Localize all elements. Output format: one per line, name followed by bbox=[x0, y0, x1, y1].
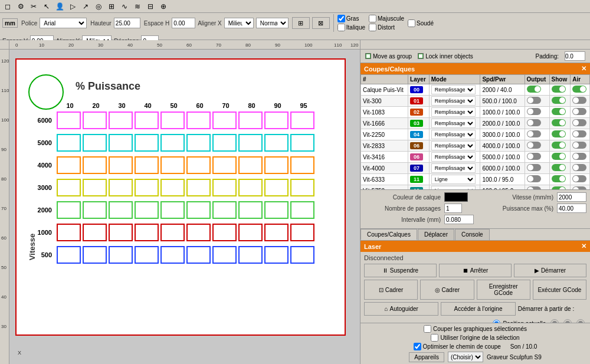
table-row[interactable]: Vit-300 01 Remplissage 500.0 / 100.0 bbox=[361, 96, 590, 107]
cell-mode[interactable]: Ligne bbox=[429, 185, 480, 190]
cell-output[interactable] bbox=[525, 163, 549, 174]
cell-show[interactable] bbox=[549, 185, 571, 190]
cell-output[interactable] bbox=[525, 129, 549, 140]
coupes-table-container[interactable]: # Layer Mode Spd/Pwr Output Show Air Cal… bbox=[360, 74, 590, 189]
cell-color[interactable]: 06 bbox=[408, 152, 430, 163]
cell-show[interactable] bbox=[549, 140, 571, 152]
vitesse-input[interactable] bbox=[557, 192, 586, 202]
cell-show[interactable] bbox=[549, 174, 571, 185]
space-h-input[interactable] bbox=[172, 18, 195, 28]
cell-mode[interactable]: Remplissage bbox=[429, 118, 480, 129]
table-row[interactable]: Vit-4000 07 Remplissage 6000.0 / 100.0 bbox=[361, 163, 590, 174]
cell-output[interactable] bbox=[525, 174, 549, 185]
lock-inner-check[interactable]: Lock inner objects bbox=[418, 53, 473, 60]
laser-close[interactable]: ✕ bbox=[581, 242, 586, 250]
table-row[interactable]: Vit-3416 06 Remplissage 5000.0 / 100.0 bbox=[361, 152, 590, 163]
arrow-icon[interactable]: ↗ bbox=[80, 1, 91, 12]
cursor-icon[interactable]: ↖ bbox=[41, 1, 52, 12]
utiliser-check[interactable]: Utiliser l'origine de la sélection bbox=[431, 334, 519, 342]
soude-check[interactable]: Soudé bbox=[408, 19, 434, 27]
cell-mode[interactable]: Remplissage bbox=[429, 129, 480, 140]
table-row[interactable]: Calque Puis-Vit 00 Remplissage 2000 / 40… bbox=[361, 84, 590, 96]
table-row[interactable]: Vit-5750 10 Ligne 100.0 / 95.0 bbox=[361, 185, 590, 190]
cell-air[interactable] bbox=[571, 174, 590, 185]
italique-check[interactable]: Italique bbox=[337, 24, 365, 31]
play-icon[interactable]: ▷ bbox=[67, 1, 78, 12]
appareils-button[interactable]: Appareils bbox=[409, 352, 444, 362]
tab-coupes[interactable]: Coupes/Calques bbox=[360, 229, 417, 240]
couleur-swatch[interactable] bbox=[444, 192, 468, 202]
cell-show[interactable] bbox=[549, 107, 571, 118]
cell-output[interactable] bbox=[525, 185, 549, 190]
suspendre-button[interactable]: ⏸ Suspendre bbox=[364, 264, 437, 277]
cell-color[interactable]: 04 bbox=[408, 129, 430, 140]
normal-select[interactable]: Normal bbox=[256, 18, 289, 28]
demarrer-button[interactable]: ▶ Démarrer bbox=[514, 264, 586, 277]
cell-air[interactable] bbox=[571, 84, 590, 96]
tab-deplacer[interactable]: Déplacer bbox=[418, 229, 454, 240]
cell-color[interactable]: 11 bbox=[408, 174, 430, 185]
cell-color[interactable]: 10 bbox=[408, 185, 430, 190]
icon-btn1[interactable]: ⊞ bbox=[292, 17, 310, 29]
gras-check[interactable]: Gras bbox=[337, 15, 365, 22]
cell-mode[interactable]: Remplissage bbox=[429, 163, 480, 174]
cell-air[interactable] bbox=[571, 185, 590, 190]
cell-air[interactable] bbox=[571, 163, 590, 174]
wave-icon[interactable]: ∿ bbox=[119, 1, 130, 12]
settings-icon[interactable]: ⚙ bbox=[15, 1, 26, 12]
cell-show[interactable] bbox=[549, 96, 571, 107]
grid-icon[interactable]: ⊞ bbox=[106, 1, 117, 12]
align-x-select[interactable]: Milieu bbox=[224, 18, 254, 28]
padding-input[interactable] bbox=[565, 51, 585, 61]
drawing-canvas[interactable]: % Puissance Vitesse 10 20 30 40 50 60 70… bbox=[15, 58, 346, 336]
enregistrer-button[interactable]: Enregistrer GCode bbox=[477, 280, 530, 300]
cell-show[interactable] bbox=[549, 84, 571, 96]
cell-air[interactable] bbox=[571, 96, 590, 107]
cell-output[interactable] bbox=[525, 84, 549, 96]
move-group-check[interactable]: Move as group bbox=[365, 53, 412, 60]
cell-show[interactable] bbox=[549, 163, 571, 174]
cell-air[interactable] bbox=[571, 129, 590, 140]
cell-color[interactable]: 01 bbox=[408, 96, 430, 107]
cell-mode[interactable]: Remplissage bbox=[429, 107, 480, 118]
table-row[interactable]: Vit-1083 02 Remplissage 1000.0 / 100.0 bbox=[361, 107, 590, 118]
cell-mode[interactable]: Remplissage bbox=[429, 140, 480, 152]
font-select[interactable]: Arial bbox=[40, 18, 87, 28]
choisir-select[interactable]: (Choisir) bbox=[448, 352, 483, 362]
cell-color[interactable]: 03 bbox=[408, 118, 430, 129]
cell-air[interactable] bbox=[571, 140, 590, 152]
cell-output[interactable] bbox=[525, 118, 549, 129]
cell-output[interactable] bbox=[525, 96, 549, 107]
cadrer1-button[interactable]: ⊡ Cadrer bbox=[364, 280, 418, 300]
table-row[interactable]: Vit-6333 11 Ligne 100.0 / 95.0 bbox=[361, 174, 590, 185]
intervalle-input[interactable] bbox=[444, 215, 474, 224]
distort-check[interactable]: Distort bbox=[369, 24, 404, 31]
optimiser-check[interactable]: Optimiser le chemin de coupe bbox=[414, 343, 501, 350]
cell-mode[interactable]: Ligne bbox=[429, 174, 480, 185]
executer-button[interactable]: Exécuter GCode bbox=[533, 280, 586, 300]
cell-show[interactable] bbox=[549, 129, 571, 140]
cell-color[interactable]: 06 bbox=[408, 140, 430, 152]
cell-show[interactable] bbox=[549, 118, 571, 129]
plus-icon[interactable]: ⊕ bbox=[158, 1, 169, 12]
new-icon[interactable]: ◻ bbox=[2, 1, 13, 12]
autoguider-button[interactable]: ⌂ Autoguider bbox=[364, 302, 438, 316]
puissance-input[interactable] bbox=[557, 204, 586, 213]
tools-icon[interactable]: ✂ bbox=[28, 1, 39, 12]
cell-output[interactable] bbox=[525, 107, 549, 118]
arreter-button[interactable]: ⏹ Arrêter bbox=[439, 264, 512, 277]
icon-btn2[interactable]: ⊠ bbox=[312, 17, 330, 29]
canvas-area[interactable]: % Puissance Vitesse 10 20 30 40 50 60 70… bbox=[9, 50, 360, 364]
cell-mode[interactable]: Remplissage bbox=[429, 152, 480, 163]
person-icon[interactable]: 👤 bbox=[54, 1, 65, 12]
tab-console[interactable]: Console bbox=[455, 229, 490, 240]
cell-show[interactable] bbox=[549, 152, 571, 163]
target-icon[interactable]: ◎ bbox=[93, 1, 104, 12]
cell-output[interactable] bbox=[525, 152, 549, 163]
cell-mode[interactable]: Remplissage bbox=[429, 84, 480, 96]
table-row[interactable]: Vit-2250 04 Remplissage 3000.0 / 100.0 bbox=[361, 129, 590, 140]
table-row[interactable]: Vit-2833 06 Remplissage 4000.0 / 100.0 bbox=[361, 140, 590, 152]
cadrer2-button[interactable]: ◎ Cadrer bbox=[420, 280, 474, 300]
frame-icon[interactable]: ⊟ bbox=[145, 1, 156, 12]
acceder-button[interactable]: Accéder à l'origine bbox=[441, 302, 515, 316]
